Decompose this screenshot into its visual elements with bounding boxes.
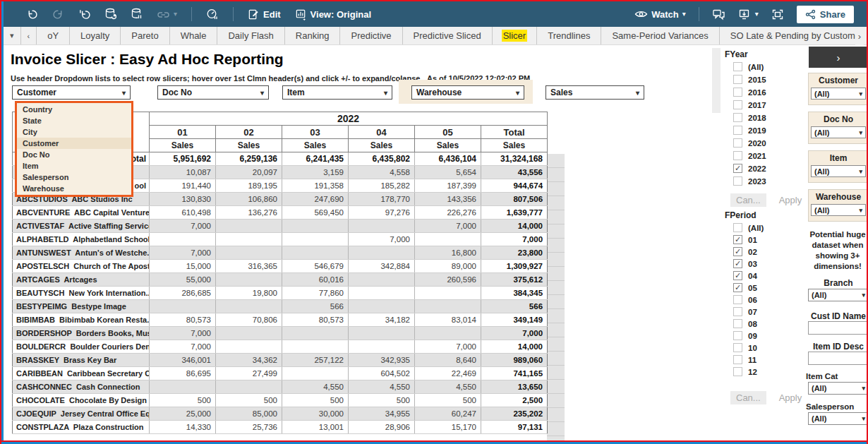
value-cell[interactable]: 34,955: [349, 407, 415, 421]
fperiod-option-06[interactable]: 06: [733, 295, 804, 304]
value-cell[interactable]: 25,000: [150, 407, 216, 421]
value-cell[interactable]: 989,060: [481, 354, 548, 367]
value-cell[interactable]: 80,573: [282, 313, 349, 327]
value-cell[interactable]: [349, 273, 415, 287]
value-cell[interactable]: 260,596: [415, 273, 481, 287]
value-cell[interactable]: 2,500: [481, 394, 548, 407]
row-label-cell[interactable]: ACTIVESTAF Active Staffing Service: [13, 220, 150, 233]
row-label-cell[interactable]: CONSTPLAZA Plaza Construction: [13, 421, 150, 434]
value-cell[interactable]: 31,324,168: [481, 152, 548, 166]
value-cell[interactable]: 85,000: [216, 407, 282, 421]
value-cell[interactable]: 15,170: [415, 421, 481, 434]
doc-no-slicer-dropdown[interactable]: Doc No ▾: [157, 85, 269, 100]
watch-button[interactable]: Watch ▾: [634, 8, 686, 20]
value-cell[interactable]: 807,506: [481, 193, 548, 206]
value-cell[interactable]: 7,000: [415, 340, 481, 354]
value-cell[interactable]: [282, 327, 349, 340]
tab-predictive-sliced[interactable]: Predictive Sliced: [403, 27, 493, 44]
period-column-header[interactable]: 01: [150, 126, 216, 139]
value-cell[interactable]: [216, 273, 282, 287]
tabs-scroll-right-icon[interactable]: ›: [855, 27, 864, 45]
value-cell[interactable]: 8,640: [415, 354, 481, 367]
value-cell[interactable]: 55,000: [150, 273, 216, 287]
row-label-cell[interactable]: ALPHABETLD Alphabetland School ..: [13, 233, 150, 246]
period-column-header[interactable]: 04: [349, 126, 415, 139]
value-cell[interactable]: 14,330: [150, 421, 216, 434]
row-label-cell[interactable]: CASHCONNEC Cash Connection: [13, 380, 150, 394]
fullscreen-icon[interactable]: [771, 8, 784, 20]
value-cell[interactable]: 4,550: [415, 380, 481, 394]
performance-gauge-icon[interactable]: [206, 8, 219, 20]
value-cell[interactable]: 89,000: [415, 260, 481, 273]
value-cell[interactable]: 610,498: [150, 206, 216, 220]
fperiod-option-08[interactable]: 08: [733, 319, 804, 328]
value-cell[interactable]: 1,309,927: [481, 260, 548, 273]
fyear-option-2019[interactable]: 2019: [733, 126, 804, 135]
value-cell[interactable]: 500: [150, 394, 216, 407]
revert-icon[interactable]: [78, 8, 90, 20]
value-cell[interactable]: 27,499: [216, 367, 282, 380]
view-original-button[interactable]: View: Original: [295, 8, 371, 20]
redo-icon[interactable]: [52, 8, 64, 20]
pause-data-icon[interactable]: [131, 8, 143, 20]
value-cell[interactable]: [349, 327, 415, 340]
value-cell[interactable]: [216, 327, 282, 340]
period-column-header[interactable]: 03: [282, 126, 349, 139]
tab-pareto[interactable]: Pareto: [121, 27, 169, 44]
value-cell[interactable]: [349, 246, 415, 260]
value-cell[interactable]: 286,685: [150, 287, 216, 300]
row-label-cell[interactable]: APOSTELSCH Church of The Apostl..: [13, 260, 150, 273]
value-cell[interactable]: 13,650: [481, 380, 548, 394]
comments-icon[interactable]: [712, 8, 725, 20]
measure-header[interactable]: Sales: [282, 139, 349, 152]
tab-so-late-pending-by-customer[interactable]: SO Late & Pending by Customer: [720, 27, 867, 44]
row-label-cell[interactable]: BESTYPEIMG Bestype Image: [13, 300, 150, 313]
value-cell[interactable]: 3,159: [282, 166, 349, 179]
value-cell[interactable]: 130,830: [150, 193, 216, 206]
fyear-option-2020[interactable]: 2020: [733, 138, 804, 148]
value-cell[interactable]: 6,259,136: [216, 152, 282, 166]
menu-item-salesperson[interactable]: Salesperson: [17, 172, 131, 183]
value-cell[interactable]: 6,435,802: [349, 152, 415, 166]
value-cell[interactable]: 189,195: [216, 179, 282, 193]
item-id-desc-input[interactable]: [808, 352, 868, 365]
period-column-header[interactable]: Total: [481, 126, 548, 139]
menu-item-doc-no[interactable]: Doc No: [17, 149, 131, 160]
value-cell[interactable]: 257,122: [282, 354, 349, 367]
fperiod-option-01[interactable]: ✓01: [733, 235, 804, 244]
menu-item-city[interactable]: City: [17, 126, 131, 138]
item-quick-filter-dropdown[interactable]: (All)▾: [811, 165, 866, 177]
fperiod-option-11[interactable]: 11: [733, 355, 804, 364]
row-label-cell[interactable]: BEAUTYSCH New York Internation..: [13, 287, 150, 300]
value-cell[interactable]: 23,800: [481, 246, 548, 260]
value-cell[interactable]: 86,695: [150, 367, 216, 380]
row-label-cell[interactable]: ABCVENTURE ABC Capital Ventures: [13, 206, 150, 220]
value-cell[interactable]: 7,000: [481, 327, 548, 340]
row-label-cell[interactable]: BRASSKEY Brass Key Bar: [13, 354, 150, 367]
value-cell[interactable]: [415, 233, 481, 246]
value-cell[interactable]: [216, 380, 282, 394]
refresh-data-icon[interactable]: [104, 8, 116, 20]
download-icon[interactable]: ▾: [738, 8, 759, 20]
value-cell[interactable]: 375,612: [481, 273, 548, 287]
fperiod-option-10[interactable]: 10: [733, 343, 804, 352]
value-cell[interactable]: 569,450: [282, 206, 349, 220]
value-cell[interactable]: 7,000: [481, 233, 548, 246]
sales-measure-dropdown[interactable]: Sales ▾: [545, 85, 644, 100]
value-cell[interactable]: [216, 246, 282, 260]
value-cell[interactable]: [349, 300, 415, 313]
value-cell[interactable]: 97,276: [349, 206, 415, 220]
period-column-header[interactable]: 02: [216, 126, 282, 139]
period-column-header[interactable]: 05: [415, 126, 481, 139]
fperiod-option-02[interactable]: ✓02: [733, 247, 804, 256]
filter-scrollbar[interactable]: [712, 48, 721, 113]
row-label-cell[interactable]: ANTUNSWEST Antun's of Westche..: [13, 246, 150, 260]
value-cell[interactable]: 25,736: [216, 421, 282, 434]
measure-header[interactable]: Sales: [481, 139, 548, 152]
measure-header[interactable]: Sales: [349, 139, 415, 152]
value-cell[interactable]: 346,001: [150, 354, 216, 367]
value-cell[interactable]: 30,000: [282, 407, 349, 421]
value-cell[interactable]: 136,276: [216, 206, 282, 220]
tab-slicer[interactable]: Slicer: [493, 27, 538, 44]
fperiod-option-05[interactable]: ✓05: [733, 283, 804, 292]
